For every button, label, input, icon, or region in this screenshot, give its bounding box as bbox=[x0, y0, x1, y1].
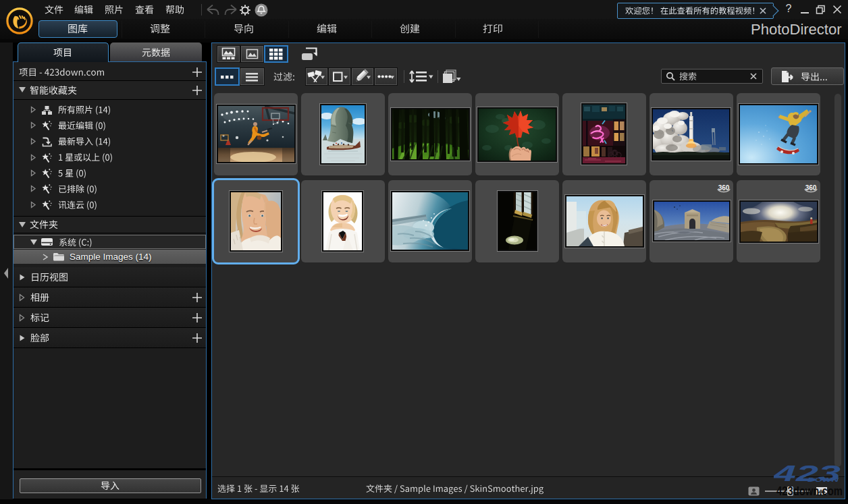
svg-text:DOWN: DOWN bbox=[807, 476, 839, 483]
svg-text:423down.com: 423down.com bbox=[776, 484, 843, 498]
svg-text:360: 360 bbox=[718, 184, 730, 192]
svg-text:360: 360 bbox=[805, 184, 817, 192]
